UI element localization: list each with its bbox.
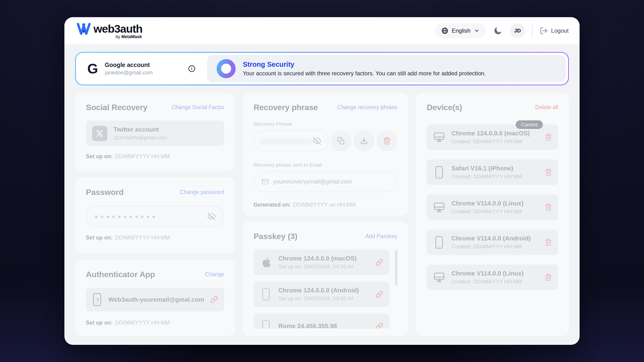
passkey-scrollbar[interactable]	[395, 250, 397, 286]
copy-phrase-button[interactable]	[330, 130, 352, 151]
eye-off-icon[interactable]	[313, 137, 321, 145]
security-status-title: Strong Security	[243, 60, 486, 68]
change-password-link[interactable]: Change password	[180, 189, 224, 195]
password-field[interactable]: ●●●●●●●●●●●	[86, 206, 224, 227]
twitter-account-row: Twitter account JDKmurthi@gmail.com	[86, 121, 224, 146]
social-recovery-title: Social Recovery	[86, 103, 148, 112]
unlink-icon[interactable]	[210, 296, 218, 303]
device-title: Safari V16.1 (iPhone)	[452, 165, 538, 172]
authenticator-title: Authenticator App	[86, 270, 155, 279]
device-row: Chrome V114.0.0 (Android) Created: DD/MM…	[427, 230, 558, 255]
password-card: Password Change password ●●●●●●●●●●● Set…	[75, 178, 235, 254]
passkey-item-title: Rome 24.456.355.98	[278, 323, 370, 329]
authenticator-phone-icon	[92, 293, 102, 307]
download-phrase-button[interactable]	[354, 130, 374, 151]
delete-device-icon[interactable]	[545, 273, 552, 282]
column-left: Social Recovery Change Social Factor Twi…	[75, 93, 235, 336]
desktop-icon	[433, 272, 445, 283]
web3auth-logo: web3auth by MetaMask	[76, 22, 142, 39]
password-masked-value: ●●●●●●●●●●●	[94, 213, 208, 220]
authenticator-account-row: Web3auth-youremail@gmal.com	[86, 288, 224, 312]
device-row: Safari V16.1 (iPhone) Created: DD/MM/YYY…	[427, 159, 558, 185]
delete-device-icon[interactable]	[545, 238, 552, 246]
device-sub: Created: DD/MM/YYY HH:MM	[452, 209, 538, 215]
devices-card: Device(s) Delete all Current Chrome 124.…	[416, 93, 569, 336]
change-recovery-phrase-link[interactable]: Change recovery phrase	[337, 104, 397, 111]
current-device-badge: Current	[516, 120, 543, 129]
device-sub: Created: DD/MM/YYY HH:MM	[452, 279, 538, 285]
recovery-phrase-field[interactable]: xxxxxxxxxxxxxx	[254, 130, 329, 152]
device-row: Chrome V114.0.0 (Linux) Created: DD/MM/Y…	[427, 194, 558, 220]
recovery-email-field[interactable]: yourrecoveryemail@gmail.com	[254, 171, 397, 192]
passkey-item: Chrome 124.0.0.0 (macOS) Set up on: 23/0…	[254, 250, 390, 275]
recovery-phrase-label: Recovery Phrase	[254, 121, 397, 127]
security-status-description: Your account is secured with three recov…	[243, 70, 486, 77]
dark-mode-toggle-moon-icon[interactable]	[493, 26, 503, 36]
link-icon[interactable]	[376, 291, 383, 298]
eye-off-icon[interactable]	[208, 212, 216, 220]
change-social-factor-link[interactable]: Change Social Factor	[172, 104, 224, 111]
globe-icon	[441, 27, 448, 34]
provider-email: janedoe@gmail.com	[105, 70, 153, 76]
device-sub: Created: DD/MM/YYY HH:MM	[452, 244, 538, 250]
header-divider	[532, 25, 532, 36]
recovery-email-label: Recovery phrase sent to Email	[254, 162, 397, 168]
column-middle: Recovery phrase Change recovery phrase R…	[243, 93, 408, 336]
passkey-item-sub: Set up on: 23/05/2024, 04:55:44	[278, 296, 370, 302]
passkey-item-title: Chrome 124.0.0.0 (Android)	[278, 287, 370, 294]
devices-list: Current Chrome 124.0.0.0 (macOS) Created…	[427, 124, 558, 290]
device-row: Chrome V114.0.0 (Linux) Created: DD/MM/Y…	[427, 265, 558, 290]
passkey-list: Chrome 124.0.0.0 (macOS) Set up on: 23/0…	[254, 250, 397, 329]
add-passkey-link[interactable]: Add Passkey	[366, 233, 397, 240]
app-window: web3auth by MetaMask English JD	[64, 17, 580, 345]
passkey-item: Chrome 124.0.0.0 (Android) Set up on: 23…	[254, 282, 390, 307]
phone-icon	[260, 288, 272, 301]
language-label: English	[452, 27, 470, 34]
recovery-phrase-card: Recovery phrase Change recovery phrase R…	[243, 93, 408, 215]
login-provider-section: G Google account janedoe@gmail.com	[76, 53, 207, 85]
device-title: Chrome V114.0.0 (Linux)	[452, 270, 538, 277]
devices-title: Device(s)	[427, 103, 462, 112]
web3auth-logo-icon	[76, 22, 91, 35]
language-selector[interactable]: English	[435, 23, 486, 38]
recovery-email-value: yourrecoveryemail@gmail.com	[273, 178, 352, 185]
copy-icon	[337, 137, 345, 145]
change-authenticator-link[interactable]: Change	[205, 271, 224, 278]
device-title: Chrome 124.0.0.0 (macOS)	[452, 130, 538, 137]
security-ring-icon	[216, 59, 236, 78]
user-avatar[interactable]: JD	[510, 23, 525, 38]
authenticator-card: Authenticator App Change Web3auth-yourem…	[75, 260, 235, 336]
generated-on-value: DD/MM/YYYY on HH:MM	[293, 202, 356, 208]
logout-button[interactable]: Logout	[540, 27, 569, 35]
info-icon[interactable]	[188, 65, 196, 72]
twitter-account-label: Twitter account	[114, 126, 218, 133]
trash-icon	[383, 137, 391, 145]
device-title: Chrome V114.0.0 (Linux)	[452, 200, 538, 207]
phone-icon	[433, 236, 445, 249]
delete-all-devices-link[interactable]: Delete all	[535, 104, 558, 111]
delete-device-icon[interactable]	[545, 203, 552, 211]
link-icon[interactable]	[376, 323, 383, 329]
passkey-item-title: Chrome 124.0.0.0 (macOS)	[278, 255, 370, 262]
device-sub: Created: DD/MM/YYY HH:MM	[452, 138, 538, 145]
link-icon[interactable]	[376, 259, 383, 266]
authenticator-account: Web3auth-youremail@gmal.com	[108, 296, 204, 303]
chevron-down-icon	[474, 28, 480, 34]
phone-icon	[433, 166, 445, 179]
logo-byline: by MetaMask	[76, 34, 142, 39]
password-title: Password	[86, 188, 124, 197]
header-actions: English JD Logout	[435, 23, 569, 38]
header: web3auth by MetaMask English JD	[64, 17, 580, 44]
logo-wordmark: web3auth	[94, 22, 142, 35]
phone-icon	[260, 320, 272, 329]
social-setup-label: Set up on:	[86, 153, 112, 159]
envelope-icon	[262, 178, 269, 185]
delete-device-icon[interactable]	[545, 133, 552, 141]
passkey-card: Passkey (3) Add Passkey Chrome 124	[243, 222, 408, 336]
delete-phrase-button[interactable]	[376, 130, 397, 151]
delete-device-icon[interactable]	[545, 168, 552, 176]
passkey-title: Passkey (3)	[254, 232, 298, 241]
apple-icon	[260, 256, 272, 269]
password-setup-value: DD/MM/YYYY HH:MM	[115, 235, 170, 241]
column-right: Device(s) Delete all Current Chrome 124.…	[416, 93, 569, 336]
